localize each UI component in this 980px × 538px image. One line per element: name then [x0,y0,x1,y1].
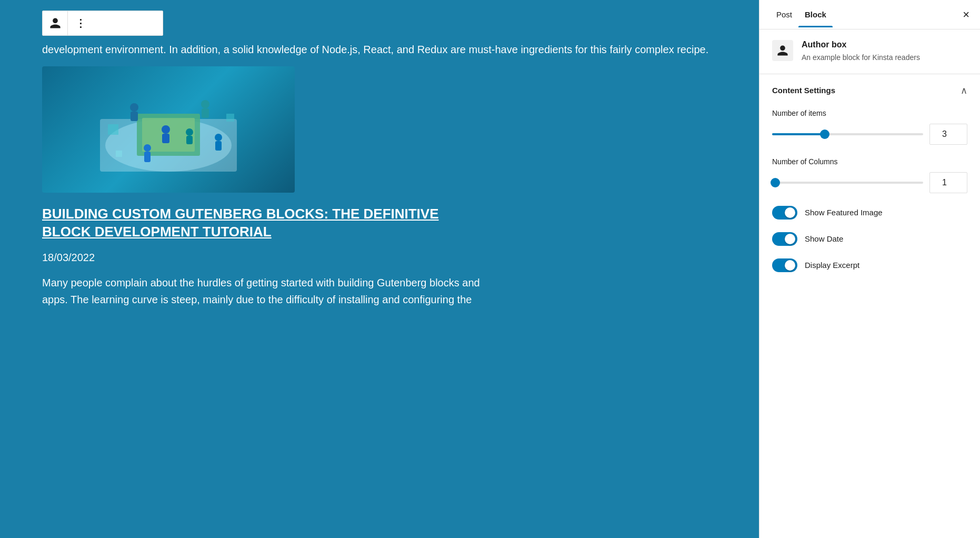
show-featured-image-label: Show Featured Image [805,208,883,217]
svg-rect-15 [215,141,222,151]
number-of-items-setting: Number of items [772,109,967,145]
display-excerpt-toggle[interactable] [772,258,797,272]
settings-header: Content Settings ∧ [772,85,967,96]
svg-rect-5 [131,112,138,121]
svg-rect-16 [108,124,118,135]
block-icon [772,40,793,61]
settings-section: Content Settings ∧ Number of items Numbe… [759,74,980,538]
items-slider-fill [772,133,825,135]
close-button[interactable]: × [963,9,969,21]
svg-rect-17 [226,114,234,122]
svg-point-6 [201,100,209,108]
columns-slider-container [772,177,923,188]
items-slider-thumb[interactable] [820,129,829,139]
article-featured-image [42,66,295,193]
sidebar-header: Post Block × [759,0,980,29]
svg-point-14 [215,134,222,141]
svg-rect-7 [202,108,209,118]
svg-rect-13 [144,152,151,162]
block-info: Author box An example block for Kinsta r… [759,29,980,74]
svg-point-8 [162,125,170,134]
display-excerpt-label: Display Excerpt [805,261,859,270]
svg-rect-18 [116,151,122,157]
block-description: An example block for Kinsta readers [802,53,920,63]
svg-point-10 [186,128,193,136]
svg-rect-9 [162,134,169,143]
items-slider-track [772,133,923,135]
items-slider-row [772,124,967,145]
tab-post[interactable]: Post [770,2,798,27]
settings-title: Content Settings [772,86,835,95]
sidebar: Post Block × Author box An example block… [759,0,980,538]
show-date-label: Show Date [805,234,843,243]
tab-block[interactable]: Block [798,2,833,27]
number-of-items-label: Number of items [772,109,967,117]
columns-slider-row [772,172,967,193]
settings-chevron-icon[interactable]: ∧ [961,85,967,96]
intro-text: development environment. In addition, a … [42,41,738,58]
columns-number-input[interactable] [929,172,967,193]
article-excerpt: Many people complain about the hurdles o… [42,274,495,308]
article-title: BUILDING CUSTOM GUTENBERG BLOCKS: THE DE… [42,205,474,241]
block-more-options[interactable]: ⋮ [68,11,93,36]
columns-slider-track [772,182,923,184]
block-name: Author box [802,40,920,49]
display-excerpt-row: Display Excerpt [772,258,967,272]
number-of-columns-setting: Number of Columns [772,157,967,193]
content-area: ⋮ development environment. In addition, … [0,0,759,538]
svg-rect-11 [186,136,193,144]
show-featured-image-toggle[interactable] [772,206,797,220]
block-info-text: Author box An example block for Kinsta r… [802,40,920,63]
show-date-toggle[interactable] [772,232,797,246]
article-date: 18/03/2022 [42,252,738,264]
items-number-input[interactable] [929,124,967,145]
svg-point-4 [130,103,138,112]
show-date-row: Show Date [772,232,967,246]
columns-slider-thumb[interactable] [771,178,780,187]
block-author-icon[interactable] [43,11,68,36]
block-toolbar: ⋮ [42,11,163,36]
svg-point-12 [144,144,151,152]
number-of-columns-label: Number of Columns [772,157,967,166]
items-slider-container [772,129,923,140]
show-featured-image-row: Show Featured Image [772,206,967,220]
